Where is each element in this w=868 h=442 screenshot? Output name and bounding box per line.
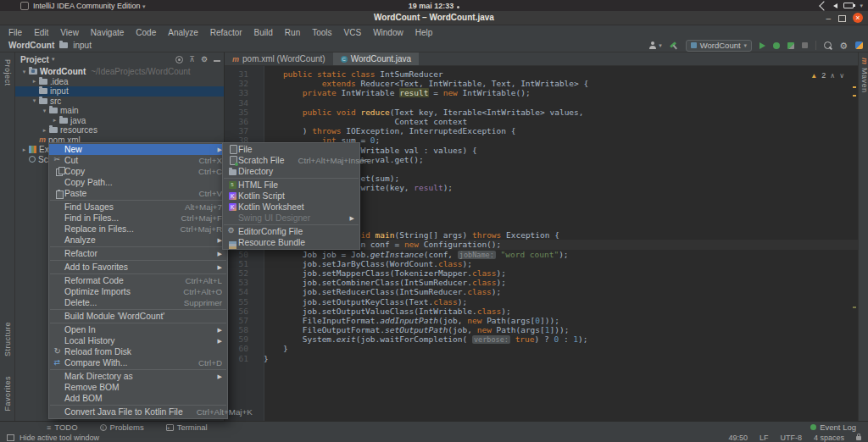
tree-chevron-icon[interactable]: ▸ xyxy=(20,146,28,153)
profile-icon[interactable] xyxy=(855,41,863,49)
context-menu-item-new[interactable]: New▶ xyxy=(49,144,227,155)
scrollbar-marker-strip[interactable] xyxy=(853,80,856,421)
inspection-widget[interactable]: ▲ 2 ∧ ∨ xyxy=(810,71,844,80)
network-icon[interactable] xyxy=(820,1,829,10)
context-menu-item-optimize-imports[interactable]: Optimize ImportsCtrl+Alt+O xyxy=(49,286,227,297)
tool-button-terminal[interactable]: ▸Terminal xyxy=(166,423,208,432)
menu-window[interactable]: Window xyxy=(367,28,409,37)
context-menu-item-local-history[interactable]: Local History▶ xyxy=(49,335,227,346)
system-menu-chevron-icon[interactable]: ▾ xyxy=(860,3,863,9)
tree-item-main[interactable]: ▾main xyxy=(15,106,224,116)
maximize-button[interactable] xyxy=(838,15,846,22)
file-encoding[interactable]: UTF-8 xyxy=(780,434,802,442)
menu-code[interactable]: Code xyxy=(130,28,162,37)
panel-settings-icon[interactable]: ⚙ xyxy=(201,55,208,64)
new-submenu-item-html-file[interactable]: HTML File xyxy=(223,180,359,191)
context-menu-item-replace-in-files[interactable]: Replace in Files...Ctrl+Maj+R xyxy=(49,224,227,235)
menu-analyze[interactable]: Analyze xyxy=(162,28,204,37)
breadcrumb-folder[interactable]: input xyxy=(73,41,92,50)
context-menu-item-copy-path[interactable]: Copy Path... xyxy=(49,177,227,188)
menu-help[interactable]: Help xyxy=(409,28,439,37)
line-ending[interactable]: LF xyxy=(760,434,769,442)
context-menu-item-refactor[interactable]: Refactor▶ xyxy=(49,248,227,259)
breadcrumb-project[interactable]: WordCount xyxy=(8,41,54,50)
context-menu-item-add-to-favorites[interactable]: Add to Favorites▶ xyxy=(49,262,227,273)
debug-button[interactable] xyxy=(773,42,780,49)
new-submenu-item-file[interactable]: File xyxy=(223,144,359,155)
new-submenu-item-resource-bundle[interactable]: Resource Bundle xyxy=(223,237,359,248)
context-menu-item-paste[interactable]: PasteCtrl+V xyxy=(49,188,227,199)
event-log-button[interactable]: Event Log xyxy=(810,423,856,432)
project-view-chevron-icon[interactable]: ▾ xyxy=(52,56,55,63)
toolwindow-toggle-icon[interactable] xyxy=(7,434,14,441)
editor-tab-wordcount-java[interactable]: CWordCount.java xyxy=(333,52,420,65)
tool-tab-structure[interactable]: Structure xyxy=(3,322,12,356)
tool-button-todo[interactable]: ≡TODO xyxy=(47,423,78,432)
context-menu-item-remove-bom[interactable]: Remove BOM xyxy=(49,382,227,393)
context-menu-item-delete[interactable]: Delete...Supprimer xyxy=(49,297,227,308)
indent-setting[interactable]: 4 spaces xyxy=(814,434,844,442)
tree-item-input[interactable]: input xyxy=(15,86,224,97)
settings-gear-icon[interactable]: ⚙ xyxy=(839,41,848,50)
menu-view[interactable]: View xyxy=(54,28,85,37)
context-menu-item-reload-from-disk[interactable]: Reload from Disk xyxy=(49,346,227,357)
readonly-lock-icon[interactable] xyxy=(856,436,861,440)
menu-edit[interactable]: Edit xyxy=(28,28,54,37)
build-hammer-icon[interactable] xyxy=(668,39,680,51)
tree-chevron-icon[interactable]: ▾ xyxy=(20,69,28,75)
next-problem-icon[interactable]: ∨ xyxy=(839,72,844,80)
menu-tools[interactable]: Tools xyxy=(306,28,337,37)
close-button[interactable]: × xyxy=(853,13,863,23)
prev-problem-icon[interactable]: ∧ xyxy=(830,72,835,80)
tree-item-idea[interactable]: ▸.idea xyxy=(15,77,224,87)
tree-item-src[interactable]: ▾src xyxy=(15,97,224,107)
locate-file-icon[interactable] xyxy=(175,56,183,64)
tool-tab-favorites[interactable]: Favorites xyxy=(3,376,12,412)
context-menu-item-compare-with[interactable]: Compare With...Ctrl+D xyxy=(49,357,227,368)
search-everywhere-icon[interactable] xyxy=(824,41,832,49)
stop-button[interactable] xyxy=(802,42,808,48)
project-panel-title[interactable]: Project xyxy=(20,55,49,64)
battery-icon[interactable] xyxy=(843,3,854,8)
tool-button-problems[interactable]: !Problems xyxy=(100,423,144,432)
volume-icon[interactable] xyxy=(833,3,837,8)
clock[interactable]: 19 mai 12:33 xyxy=(0,2,868,10)
editor-tab-pom-xml-wordcount[interactable]: mpom.xml (WordCount) xyxy=(225,52,333,65)
context-menu-item-analyze[interactable]: Analyze▶ xyxy=(49,235,227,246)
new-submenu-item-kotlin-script[interactable]: Kotlin Script xyxy=(223,191,359,202)
context-menu-item-find-in-files[interactable]: Find in Files...Ctrl+Maj+F xyxy=(49,213,227,224)
menu-vcs[interactable]: VCS xyxy=(338,28,368,37)
menu-refactor[interactable]: Refactor xyxy=(204,28,248,37)
caret-position[interactable]: 49:50 xyxy=(728,434,748,442)
run-configuration-select[interactable]: WordCount ▾ xyxy=(686,40,752,52)
hide-panel-icon[interactable] xyxy=(214,60,220,62)
context-menu-item-add-bom[interactable]: Add BOM xyxy=(49,393,227,404)
tree-chevron-icon[interactable]: ▾ xyxy=(41,108,48,114)
collapse-all-icon[interactable]: ⊼ xyxy=(189,55,195,64)
new-submenu-item-scratch-file[interactable]: Scratch FileCtrl+Alt+Maj+Insérer xyxy=(223,155,359,166)
vcs-user-button[interactable]: ▾ xyxy=(648,41,662,49)
menu-build[interactable]: Build xyxy=(248,28,279,37)
tree-chevron-icon[interactable]: ▸ xyxy=(51,117,58,124)
minimize-button[interactable]: – xyxy=(826,14,831,23)
context-menu-item-open-in[interactable]: Open In▶ xyxy=(49,324,227,335)
new-submenu-item-kotlin-worksheet[interactable]: Kotlin Worksheet xyxy=(223,202,359,213)
tree-chevron-icon[interactable]: ▸ xyxy=(41,127,48,134)
new-submenu-item-editorconfig-file[interactable]: EditorConfig File xyxy=(223,226,359,237)
context-menu-item-convert-java-file-to-kotlin-file[interactable]: Convert Java File to Kotlin FileCtrl+Alt… xyxy=(49,406,227,417)
tool-tab-project[interactable]: Project xyxy=(3,59,12,86)
context-menu-item-find-usages[interactable]: Find UsagesAlt+Maj+7 xyxy=(49,202,227,213)
context-menu-item-mark-directory-as[interactable]: Mark Directory as▶ xyxy=(49,371,227,382)
context-menu-item-copy[interactable]: CopyCtrl+C xyxy=(49,166,227,177)
menu-navigate[interactable]: Navigate xyxy=(85,28,130,37)
menu-run[interactable]: Run xyxy=(279,28,306,37)
menu-file[interactable]: File xyxy=(3,28,28,37)
tree-item-resources[interactable]: ▸resources xyxy=(15,125,224,135)
tree-item-wordcount[interactable]: ▾WordCount~/IdeaProjects/WordCount xyxy=(15,67,224,77)
context-menu-item-cut[interactable]: CutCtrl+X xyxy=(49,155,227,166)
tree-chevron-icon[interactable]: ▸ xyxy=(31,78,38,85)
tree-item-java[interactable]: ▸java xyxy=(15,116,224,126)
run-button[interactable] xyxy=(760,42,765,49)
new-submenu-item-directory[interactable]: Directory xyxy=(223,166,359,177)
coverage-button[interactable] xyxy=(787,42,794,49)
